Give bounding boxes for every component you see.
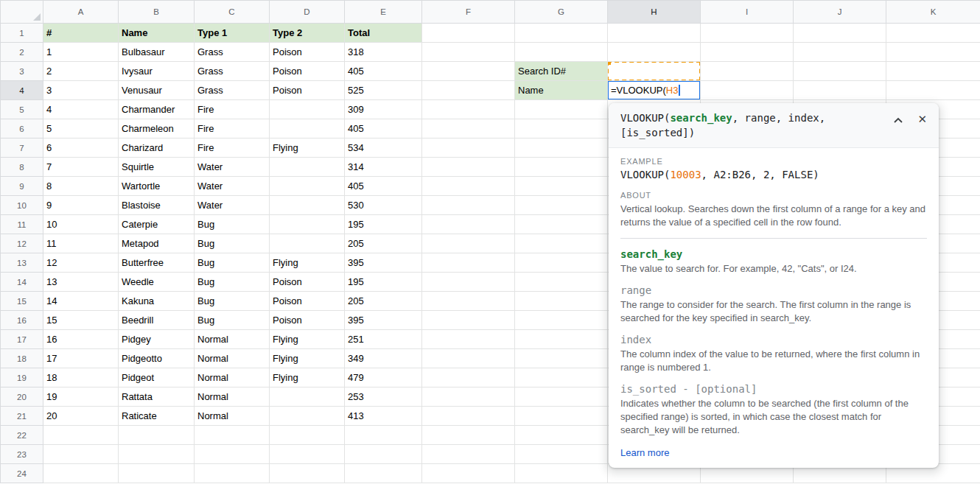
cell-D9[interactable]	[270, 177, 345, 196]
cell-D22[interactable]	[270, 426, 345, 445]
cell-B17[interactable]: Pidgey	[119, 330, 195, 349]
cell-A23[interactable]	[43, 445, 119, 464]
cell-F12[interactable]	[422, 234, 515, 253]
row-header-8[interactable]: 8	[1, 158, 43, 177]
column-header-J[interactable]: J	[794, 1, 886, 24]
cell-D6[interactable]	[270, 119, 345, 138]
cell-B13[interactable]: Butterfree	[119, 253, 195, 273]
cell-C12[interactable]: Bug	[195, 234, 270, 253]
cell-F6[interactable]	[422, 119, 515, 138]
cell-J1[interactable]	[794, 24, 886, 43]
cell-C22[interactable]	[195, 426, 270, 445]
cell-F18[interactable]	[422, 349, 515, 368]
cell-D1[interactable]: Type 2	[270, 24, 345, 43]
cell-G20[interactable]	[515, 387, 608, 407]
cell-B15[interactable]: Kakuna	[119, 292, 195, 311]
cell-A24[interactable]	[43, 464, 119, 483]
cell-A20[interactable]: 19	[43, 387, 119, 407]
cell-A9[interactable]: 8	[43, 177, 119, 196]
active-cell-editor[interactable]: =VLOOKUP(H3	[608, 81, 701, 100]
cell-I4[interactable]	[701, 81, 794, 100]
cell-B2[interactable]: Bulbasaur	[119, 43, 195, 62]
cell-C5[interactable]: Fire	[195, 100, 270, 119]
cell-C19[interactable]: Normal	[195, 368, 270, 387]
row-header-17[interactable]: 17	[1, 330, 43, 349]
cell-E12[interactable]: 205	[345, 234, 422, 253]
cell-C15[interactable]: Bug	[195, 292, 270, 311]
cell-A1[interactable]: #	[43, 24, 119, 43]
cell-H2[interactable]	[608, 43, 701, 62]
cell-G6[interactable]	[515, 119, 608, 138]
column-header-F[interactable]: F	[422, 1, 515, 24]
cell-F10[interactable]	[422, 196, 515, 215]
cell-E6[interactable]: 405	[345, 119, 422, 138]
cell-F19[interactable]	[422, 368, 515, 387]
cell-F22[interactable]	[422, 426, 515, 445]
cell-G14[interactable]	[515, 273, 608, 292]
cell-B20[interactable]: Rattata	[119, 387, 195, 407]
cell-F15[interactable]	[422, 292, 515, 311]
cell-F2[interactable]	[422, 43, 515, 62]
cell-D17[interactable]: Flying	[270, 330, 345, 349]
cell-B3[interactable]: Ivysaur	[119, 62, 195, 81]
cell-D5[interactable]	[270, 100, 345, 119]
row-header-3[interactable]: 3	[1, 62, 43, 81]
cell-A6[interactable]: 5	[43, 119, 119, 138]
row-header-21[interactable]: 21	[1, 407, 43, 426]
cell-F5[interactable]	[422, 100, 515, 119]
cell-B19[interactable]: Pidgeot	[119, 368, 195, 387]
cell-B18[interactable]: Pidgeotto	[119, 349, 195, 368]
close-icon[interactable]: ✕	[917, 113, 927, 124]
cell-A12[interactable]: 11	[43, 234, 119, 253]
row-header-16[interactable]: 16	[1, 311, 43, 330]
row-header-7[interactable]: 7	[1, 138, 43, 158]
cell-E23[interactable]	[345, 445, 422, 464]
row-header-2[interactable]: 2	[1, 43, 43, 62]
row-header-20[interactable]: 20	[1, 387, 43, 407]
cell-F1[interactable]	[422, 24, 515, 43]
cell-A18[interactable]: 17	[43, 349, 119, 368]
column-header-A[interactable]: A	[43, 1, 119, 24]
cell-F7[interactable]	[422, 138, 515, 158]
cell-C10[interactable]: Water	[195, 196, 270, 215]
cell-G13[interactable]	[515, 253, 608, 273]
cell-A11[interactable]: 10	[43, 215, 119, 234]
cell-H1[interactable]	[608, 24, 701, 43]
column-header-B[interactable]: B	[119, 1, 195, 24]
row-header-1[interactable]: 1	[1, 24, 43, 43]
cell-E7[interactable]: 534	[345, 138, 422, 158]
row-header-24[interactable]: 24	[1, 464, 43, 483]
cell-G15[interactable]	[515, 292, 608, 311]
cell-C4[interactable]: Grass	[195, 81, 270, 100]
cell-D20[interactable]	[270, 387, 345, 407]
cell-G18[interactable]	[515, 349, 608, 368]
cell-C18[interactable]: Normal	[195, 349, 270, 368]
cell-D18[interactable]: Flying	[270, 349, 345, 368]
cell-D4[interactable]: Poison	[270, 81, 345, 100]
column-header-D[interactable]: D	[270, 1, 345, 24]
cell-F17[interactable]	[422, 330, 515, 349]
cell-C11[interactable]: Bug	[195, 215, 270, 234]
cell-B4[interactable]: Venusaur	[119, 81, 195, 100]
cell-A7[interactable]: 6	[43, 138, 119, 158]
cell-D24[interactable]	[270, 464, 345, 483]
cell-G22[interactable]	[515, 426, 608, 445]
cell-K3[interactable]	[886, 62, 980, 81]
cell-D3[interactable]: Poison	[270, 62, 345, 81]
cell-E3[interactable]: 405	[345, 62, 422, 81]
column-header-I[interactable]: I	[701, 1, 794, 24]
cell-G4[interactable]: Name	[515, 81, 608, 100]
cell-G7[interactable]	[515, 138, 608, 158]
cell-G5[interactable]	[515, 100, 608, 119]
cell-G12[interactable]	[515, 234, 608, 253]
cell-B24[interactable]	[119, 464, 195, 483]
cell-D13[interactable]: Flying	[270, 253, 345, 273]
cell-F13[interactable]	[422, 253, 515, 273]
cell-A8[interactable]: 7	[43, 158, 119, 177]
cell-E14[interactable]: 195	[345, 273, 422, 292]
cell-G10[interactable]	[515, 196, 608, 215]
learn-more-link[interactable]: Learn more	[620, 447, 669, 458]
cell-B5[interactable]: Charmander	[119, 100, 195, 119]
cell-D7[interactable]: Flying	[270, 138, 345, 158]
cell-G9[interactable]	[515, 177, 608, 196]
